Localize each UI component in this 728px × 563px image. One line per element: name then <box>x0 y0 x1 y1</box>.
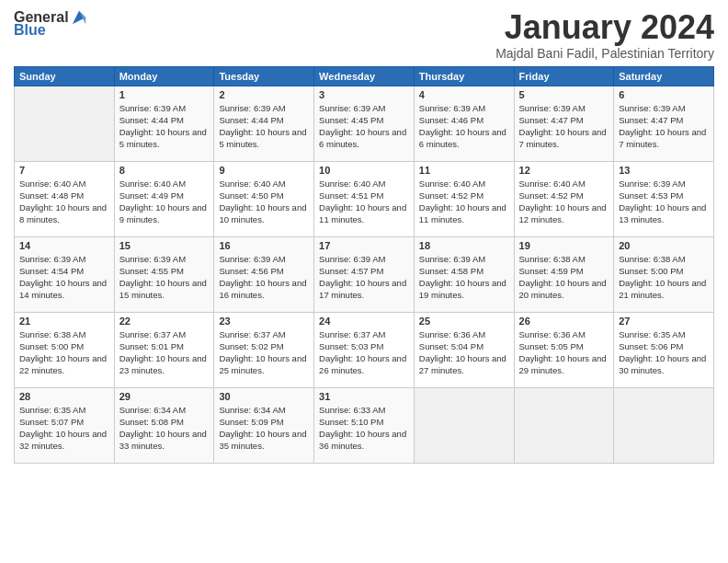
daylight: Daylight: 10 hours and 29 minutes. <box>519 353 607 375</box>
day-number: 21 <box>19 316 109 327</box>
col-friday: Friday <box>514 66 614 86</box>
table-row: 22 Sunrise: 6:37 AM Sunset: 5:01 PM Dayl… <box>114 312 214 387</box>
day-info: Sunrise: 6:39 AM Sunset: 4:55 PM Dayligh… <box>119 253 210 302</box>
sunrise: Sunrise: 6:39 AM <box>619 103 685 113</box>
sunset: Sunset: 5:06 PM <box>619 341 683 351</box>
day-info: Sunrise: 6:37 AM Sunset: 5:02 PM Dayligh… <box>219 328 309 377</box>
day-number: 20 <box>619 240 709 251</box>
table-row: 24 Sunrise: 6:37 AM Sunset: 5:03 PM Dayl… <box>314 312 415 387</box>
day-info: Sunrise: 6:39 AM Sunset: 4:47 PM Dayligh… <box>619 102 709 151</box>
sunset: Sunset: 4:44 PM <box>219 115 283 125</box>
table-row: 20 Sunrise: 6:38 AM Sunset: 5:00 PM Dayl… <box>614 236 714 312</box>
day-info: Sunrise: 6:38 AM Sunset: 5:00 PM Dayligh… <box>619 253 709 302</box>
table-row: 7 Sunrise: 6:40 AM Sunset: 4:48 PM Dayli… <box>15 161 115 236</box>
sunset: Sunset: 4:46 PM <box>419 115 483 125</box>
table-row: 31 Sunrise: 6:33 AM Sunset: 5:10 PM Dayl… <box>314 387 415 463</box>
day-number: 3 <box>319 89 409 100</box>
sunrise: Sunrise: 6:39 AM <box>219 103 285 113</box>
daylight: Daylight: 10 hours and 32 minutes. <box>19 429 107 451</box>
day-number: 4 <box>419 89 509 100</box>
day-info: Sunrise: 6:34 AM Sunset: 5:08 PM Dayligh… <box>119 404 210 453</box>
sunset: Sunset: 4:44 PM <box>119 115 184 125</box>
day-number: 8 <box>119 165 210 176</box>
daylight: Daylight: 10 hours and 6 minutes. <box>319 127 406 149</box>
sunrise: Sunrise: 6:40 AM <box>319 178 385 189</box>
day-info: Sunrise: 6:34 AM Sunset: 5:09 PM Dayligh… <box>219 404 309 453</box>
table-row: 18 Sunrise: 6:39 AM Sunset: 4:58 PM Dayl… <box>414 236 514 312</box>
header: General Blue January 2024 Majdal Bani Fa… <box>14 9 714 61</box>
col-saturday: Saturday <box>614 66 714 86</box>
daylight: Daylight: 10 hours and 19 minutes. <box>419 278 506 300</box>
day-info: Sunrise: 6:39 AM Sunset: 4:45 PM Dayligh… <box>319 102 409 151</box>
day-number: 28 <box>19 391 109 402</box>
daylight: Daylight: 10 hours and 7 minutes. <box>519 127 607 149</box>
daylight: Daylight: 10 hours and 14 minutes. <box>19 278 107 300</box>
table-row: 26 Sunrise: 6:36 AM Sunset: 5:05 PM Dayl… <box>514 312 614 387</box>
day-info: Sunrise: 6:39 AM Sunset: 4:53 PM Dayligh… <box>619 178 709 226</box>
day-number: 11 <box>419 165 509 176</box>
sunrise: Sunrise: 6:38 AM <box>19 329 85 339</box>
sunset: Sunset: 5:04 PM <box>419 341 483 351</box>
table-row <box>614 387 714 463</box>
sunrise: Sunrise: 6:39 AM <box>419 103 485 113</box>
daylight: Daylight: 10 hours and 27 minutes. <box>419 353 506 375</box>
table-row: 6 Sunrise: 6:39 AM Sunset: 4:47 PM Dayli… <box>614 86 714 161</box>
day-info: Sunrise: 6:39 AM Sunset: 4:44 PM Dayligh… <box>219 102 309 151</box>
sunset: Sunset: 4:51 PM <box>319 190 383 201</box>
table-row: 12 Sunrise: 6:40 AM Sunset: 4:52 PM Dayl… <box>514 161 614 236</box>
sunset: Sunset: 5:00 PM <box>19 341 84 351</box>
col-tuesday: Tuesday <box>214 66 314 86</box>
sunset: Sunset: 5:02 PM <box>219 341 283 351</box>
table-row: 29 Sunrise: 6:34 AM Sunset: 5:08 PM Dayl… <box>114 387 214 463</box>
sunset: Sunset: 4:58 PM <box>419 266 483 276</box>
day-info: Sunrise: 6:37 AM Sunset: 5:01 PM Dayligh… <box>119 328 210 377</box>
sunrise: Sunrise: 6:35 AM <box>19 405 85 415</box>
col-monday: Monday <box>114 66 214 86</box>
table-row: 19 Sunrise: 6:38 AM Sunset: 4:59 PM Dayl… <box>514 236 614 312</box>
sunrise: Sunrise: 6:40 AM <box>519 178 586 189</box>
sunrise: Sunrise: 6:38 AM <box>519 254 586 264</box>
sunset: Sunset: 4:52 PM <box>519 190 584 201</box>
daylight: Daylight: 10 hours and 33 minutes. <box>119 429 207 451</box>
sunset: Sunset: 4:56 PM <box>219 266 283 276</box>
sunset: Sunset: 4:55 PM <box>119 266 184 276</box>
sunrise: Sunrise: 6:36 AM <box>419 329 485 339</box>
table-row: 5 Sunrise: 6:39 AM Sunset: 4:47 PM Dayli… <box>514 86 614 161</box>
sunrise: Sunrise: 6:39 AM <box>19 254 85 264</box>
location-title: Majdal Bani Fadil, Palestinian Territory <box>495 46 714 61</box>
day-info: Sunrise: 6:40 AM Sunset: 4:48 PM Dayligh… <box>19 178 109 226</box>
sunset: Sunset: 4:54 PM <box>19 266 84 276</box>
daylight: Daylight: 10 hours and 7 minutes. <box>619 127 706 149</box>
calendar-table: Sunday Monday Tuesday Wednesday Thursday… <box>14 66 714 464</box>
table-row: 16 Sunrise: 6:39 AM Sunset: 4:56 PM Dayl… <box>214 236 314 312</box>
table-row: 15 Sunrise: 6:39 AM Sunset: 4:55 PM Dayl… <box>114 236 214 312</box>
daylight: Daylight: 10 hours and 11 minutes. <box>319 202 406 224</box>
sunset: Sunset: 5:01 PM <box>119 341 184 351</box>
week-row-4: 21 Sunrise: 6:38 AM Sunset: 5:00 PM Dayl… <box>15 312 714 387</box>
table-row: 2 Sunrise: 6:39 AM Sunset: 4:44 PM Dayli… <box>214 86 314 161</box>
daylight: Daylight: 10 hours and 21 minutes. <box>619 278 706 300</box>
table-row: 30 Sunrise: 6:34 AM Sunset: 5:09 PM Dayl… <box>214 387 314 463</box>
col-thursday: Thursday <box>414 66 514 86</box>
table-row: 28 Sunrise: 6:35 AM Sunset: 5:07 PM Dayl… <box>15 387 115 463</box>
sunrise: Sunrise: 6:37 AM <box>319 329 385 339</box>
day-number: 29 <box>119 391 210 402</box>
table-row: 1 Sunrise: 6:39 AM Sunset: 4:44 PM Dayli… <box>114 86 214 161</box>
day-info: Sunrise: 6:39 AM Sunset: 4:44 PM Dayligh… <box>119 102 210 151</box>
sunset: Sunset: 4:59 PM <box>519 266 584 276</box>
day-info: Sunrise: 6:39 AM Sunset: 4:54 PM Dayligh… <box>19 253 109 302</box>
month-title: January 2024 <box>495 9 714 46</box>
day-number: 13 <box>619 165 709 176</box>
sunrise: Sunrise: 6:34 AM <box>119 405 186 415</box>
logo-icon <box>71 9 87 26</box>
sunrise: Sunrise: 6:36 AM <box>519 329 586 339</box>
sunrise: Sunrise: 6:34 AM <box>219 405 285 415</box>
day-number: 10 <box>319 165 409 176</box>
header-row: Sunday Monday Tuesday Wednesday Thursday… <box>15 66 714 86</box>
sunrise: Sunrise: 6:33 AM <box>319 405 385 415</box>
sunset: Sunset: 4:52 PM <box>419 190 483 201</box>
daylight: Daylight: 10 hours and 5 minutes. <box>219 127 306 149</box>
day-number: 30 <box>219 391 309 402</box>
day-number: 23 <box>219 316 309 327</box>
daylight: Daylight: 10 hours and 23 minutes. <box>119 353 207 375</box>
